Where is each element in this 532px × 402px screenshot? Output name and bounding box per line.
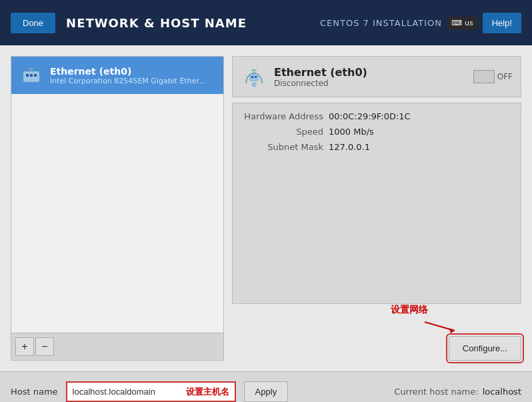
toggle-container[interactable]: OFF bbox=[473, 70, 513, 83]
keyboard-icon: ⌨ bbox=[451, 19, 462, 27]
speed-label: Speed bbox=[243, 127, 323, 137]
toggle-switch[interactable] bbox=[473, 70, 495, 83]
network-detail-panel: Ethernet (eth0) Disconnected OFF Hardwar… bbox=[232, 56, 521, 361]
svg-rect-2 bbox=[30, 74, 33, 77]
hardware-address-row: Hardware Address 00:0C:29:9F:0D:1C bbox=[243, 111, 510, 121]
apply-button[interactable]: Apply bbox=[244, 381, 289, 402]
header-left: Done NETWORK & HOST NAME bbox=[11, 13, 247, 33]
ethernet-item[interactable]: Ethernet (eth0) Intel Corporation 82545E… bbox=[11, 57, 223, 94]
network-list-panel: Ethernet (eth0) Intel Corporation 82545E… bbox=[11, 56, 224, 361]
lang-display: us bbox=[465, 19, 473, 27]
network-annotation-text: 设置网络 bbox=[391, 304, 428, 315]
current-host-value: localhost bbox=[483, 387, 521, 397]
main-content: Ethernet (eth0) Intel Corporation 82545E… bbox=[0, 45, 532, 371]
ethernet-desc: Intel Corporation 82545EM Gigabit Ethern… bbox=[50, 77, 210, 85]
ethernet-detail-info: Ethernet (eth0) Disconnected bbox=[274, 66, 367, 88]
configure-button[interactable]: Configure... bbox=[449, 336, 521, 361]
configure-area: 设置网络 Configure... bbox=[232, 309, 521, 361]
ethernet-info: Ethernet (eth0) Intel Corporation 82545E… bbox=[50, 66, 215, 85]
hardware-address-value: 00:0C:29:9F:0D:1C bbox=[329, 111, 411, 121]
current-host-label: Current host name: bbox=[394, 387, 478, 397]
remove-network-button[interactable]: − bbox=[35, 337, 54, 356]
centos-label: CENTOS 7 INSTALLATION bbox=[320, 18, 442, 28]
network-list-footer: + − bbox=[11, 333, 223, 360]
subnet-mask-value: 127.0.0.1 bbox=[329, 142, 370, 152]
header-right: CENTOS 7 INSTALLATION ⌨ us Help! bbox=[320, 13, 521, 33]
svg-point-7 bbox=[252, 83, 256, 87]
svg-marker-8 bbox=[449, 328, 455, 333]
svg-rect-3 bbox=[34, 74, 37, 77]
svg-rect-1 bbox=[26, 74, 29, 77]
page-title: NETWORK & HOST NAME bbox=[66, 16, 247, 30]
network-list-body bbox=[11, 94, 223, 333]
host-name-input-wrapper: 设置主机名 bbox=[66, 381, 236, 402]
speed-value: 1000 Mb/s bbox=[329, 127, 374, 137]
ethernet-detail-header: Ethernet (eth0) Disconnected OFF bbox=[232, 56, 521, 97]
annotation-arrow bbox=[421, 319, 461, 337]
toggle-label: OFF bbox=[497, 72, 513, 81]
ethernet-name: Ethernet (eth0) bbox=[50, 66, 215, 77]
hostname-annotation-text: 设置主机名 bbox=[181, 386, 235, 398]
speed-row: Speed 1000 Mb/s bbox=[243, 127, 510, 137]
ethernet-detail-name: Ethernet (eth0) bbox=[274, 66, 367, 79]
host-name-input[interactable] bbox=[67, 383, 181, 401]
keyboard-badge: ⌨ us bbox=[447, 17, 477, 29]
hardware-address-label: Hardware Address bbox=[243, 111, 323, 121]
ethernet-detail-icon bbox=[241, 63, 267, 90]
bottom-bar: Host name 设置主机名 Apply Current host name:… bbox=[0, 371, 532, 402]
svg-rect-4 bbox=[250, 74, 258, 81]
done-button[interactable]: Done bbox=[11, 13, 55, 33]
current-host-display: Current host name: localhost bbox=[394, 387, 521, 397]
host-name-label: Host name bbox=[11, 387, 58, 397]
svg-rect-6 bbox=[255, 76, 257, 78]
ethernet-detail-left: Ethernet (eth0) Disconnected bbox=[241, 63, 367, 90]
network-annotation: 设置网络 bbox=[391, 303, 428, 316]
svg-rect-5 bbox=[251, 76, 253, 78]
ethernet-icon bbox=[19, 63, 43, 87]
help-button[interactable]: Help! bbox=[483, 13, 521, 33]
subnet-mask-row: Subnet Mask 127.0.0.1 bbox=[243, 142, 510, 152]
add-network-button[interactable]: + bbox=[15, 337, 34, 356]
header: Done NETWORK & HOST NAME CENTOS 7 INSTAL… bbox=[0, 0, 532, 45]
network-detail-info: Hardware Address 00:0C:29:9F:0D:1C Speed… bbox=[232, 103, 521, 304]
subnet-mask-label: Subnet Mask bbox=[243, 142, 323, 152]
ethernet-detail-status: Disconnected bbox=[274, 79, 367, 88]
